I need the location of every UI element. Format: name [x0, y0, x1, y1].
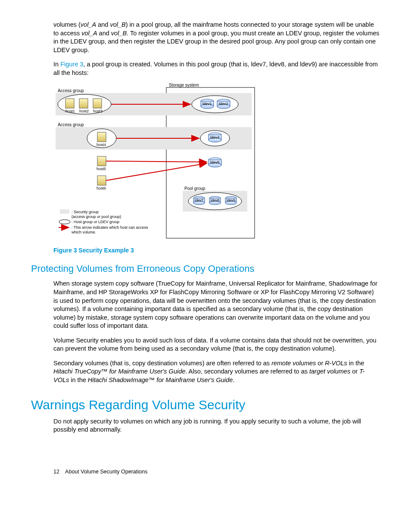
svg-rect-4 — [65, 99, 74, 108]
figure-3: Storage system Access group host1 host2 … — [53, 83, 380, 243]
text-italic: Hitachi TrueCopy™ for Mainframe User's G… — [53, 368, 185, 375]
svg-rect-21 — [97, 132, 106, 142]
host6-icon: host6 — [97, 176, 106, 190]
svg-text:: This arrow indicates which h: : This arrow indicates which host can ac… — [72, 225, 148, 230]
figure-link[interactable]: Figure 3 — [60, 61, 83, 68]
text: and — [96, 21, 110, 28]
access-arrow-4 — [106, 163, 207, 180]
text-italic: vol_B — [110, 21, 125, 28]
svg-text:which volume.: which volume. — [71, 230, 96, 234]
paragraph-warning: Do not apply security to volumes on whic… — [53, 417, 380, 434]
svg-point-10 — [192, 96, 238, 113]
text: Secondary volumes (that is, copy destina… — [53, 360, 271, 367]
host5-icon: host5 — [97, 156, 106, 171]
paragraph-protect-3: Secondary volumes (that is, copy destina… — [53, 359, 380, 385]
text-italic: remote volumes — [271, 360, 316, 367]
text: volumes ( — [53, 21, 81, 28]
text-italic: vol_A — [81, 30, 97, 37]
page-number: 12 — [53, 469, 59, 475]
ldev7-icon: ldev7 — [193, 196, 205, 205]
storage-system-label: Storage system — [169, 83, 199, 87]
svg-text:host3: host3 — [93, 109, 103, 113]
text-italic: R-VOLs — [325, 360, 347, 367]
text: . Also, secondary volumes are referred t… — [185, 368, 309, 375]
svg-rect-28 — [97, 156, 106, 166]
text-italic: vol_B — [111, 30, 127, 37]
ldev5-icon: ldev5 — [209, 158, 221, 167]
svg-text:host6: host6 — [97, 186, 106, 190]
svg-point-53 — [59, 220, 70, 224]
svg-text:host4: host4 — [97, 143, 106, 147]
pool-group-label: Pool group — [184, 186, 206, 191]
paragraph-intro-1: volumes (vol_A and vol_B) in a pool grou… — [53, 21, 380, 54]
paragraph-intro-2: In Figure 3, a pool group is created. Vo… — [53, 60, 380, 77]
svg-text:: Host group or LDEV group: : Host group or LDEV group — [72, 220, 119, 224]
text: , a pool group is created. Volumes in th… — [53, 61, 378, 76]
host1-icon: host1 — [65, 99, 75, 113]
legend: : Security group (access group or pool g… — [59, 209, 148, 234]
svg-rect-30 — [97, 176, 106, 185]
footer-chapter: About Volume Security Operations — [65, 469, 147, 475]
access-group-label-1: Access group — [58, 88, 84, 93]
ldev8-icon: ldev8 — [209, 196, 221, 205]
host4-icon: host4 — [97, 132, 106, 147]
svg-text:ldev8: ldev8 — [211, 198, 220, 202]
figure-caption: Figure 3 Security Example 3 — [53, 247, 380, 254]
ldev4-icon: ldev4 — [209, 133, 221, 142]
page-footer: 12 About Volume Security Operations — [53, 469, 380, 475]
text: or — [316, 360, 325, 367]
text: or — [350, 368, 359, 375]
svg-text:host5: host5 — [97, 167, 106, 171]
svg-text:ldev7: ldev7 — [195, 198, 204, 202]
host3-icon: host3 — [93, 99, 103, 113]
ldev1-icon: ldev1 — [201, 99, 214, 109]
heading-protecting-volumes: Protecting Volumes from Erroneous Copy O… — [31, 263, 380, 274]
svg-text:ldev2: ldev2 — [219, 102, 228, 106]
text: . — [233, 376, 234, 383]
svg-text:ldev5: ldev5 — [210, 160, 220, 165]
svg-rect-50 — [60, 209, 69, 214]
paragraph-protect-2: Volume Security enables you to avoid suc… — [53, 336, 380, 353]
svg-text:ldev1: ldev1 — [202, 102, 212, 106]
text: In — [53, 61, 60, 68]
text-italic: vol_A — [81, 21, 96, 28]
ldev2-icon: ldev2 — [217, 99, 230, 109]
svg-text:host1: host1 — [65, 109, 75, 113]
ldev9-icon: ldev9 — [225, 196, 237, 205]
paragraph-protect-1: When storage system copy software (TrueC… — [53, 280, 380, 330]
svg-rect-8 — [93, 99, 102, 108]
svg-text:: Security group: : Security group — [72, 210, 99, 214]
svg-text:host2: host2 — [79, 109, 89, 113]
heading-warnings: Warnings Regarding Volume Security — [31, 398, 380, 412]
access-arrow-3 — [106, 161, 207, 162]
svg-rect-6 — [79, 99, 88, 108]
text-italic: target volumes — [309, 368, 350, 375]
text: in the — [347, 360, 364, 367]
text-italic: Hitachi ShadowImage™ for Mainframe User'… — [88, 376, 233, 383]
svg-text:ldev9: ldev9 — [227, 198, 236, 202]
host2-icon: host2 — [79, 99, 89, 113]
svg-text:ldev4: ldev4 — [210, 135, 220, 140]
svg-text:(access group or pool group): (access group or pool group) — [72, 215, 121, 219]
access-group-label-2: Access group — [58, 122, 84, 127]
diagram-svg: Storage system Access group host1 host2 … — [53, 83, 256, 243]
page: volumes (vol_A and vol_B) in a pool grou… — [0, 0, 411, 502]
text: and — [97, 30, 111, 37]
text: in the — [69, 376, 88, 383]
